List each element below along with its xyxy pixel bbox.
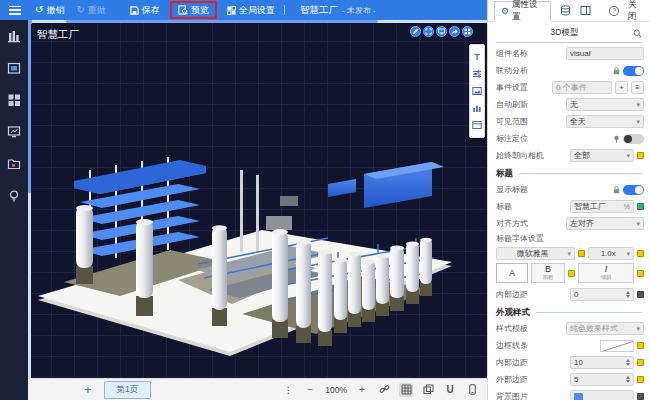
- help-button[interactable]: ?: [609, 6, 619, 16]
- magnet-snap-button[interactable]: U: [443, 383, 457, 397]
- close-button[interactable]: 关闭: [628, 0, 644, 23]
- data-source-icon[interactable]: [560, 5, 571, 17]
- stepper-icon[interactable]: [626, 359, 630, 366]
- row-auto-refresh: 自动刷新 无▾: [488, 96, 650, 113]
- undo-button[interactable]: ↺ 撤销: [29, 0, 70, 20]
- sidebar-item-models[interactable]: [7, 60, 22, 75]
- show-title-toggle[interactable]: [623, 185, 644, 195]
- view-controls: ⋮ − 100% + U: [281, 383, 487, 397]
- outer-margin-swatch[interactable]: [637, 376, 644, 383]
- percent-binding-icon[interactable]: %: [624, 203, 630, 210]
- font-size-swatch[interactable]: [637, 250, 644, 257]
- fullscreen-button[interactable]: [423, 26, 434, 37]
- event-list-button[interactable]: ≡: [631, 81, 644, 94]
- vertical-scrollbar[interactable]: [28, 20, 31, 378]
- sidebar-item-screens[interactable]: [7, 124, 22, 139]
- link-icon[interactable]: [377, 383, 391, 397]
- image-tool-icon[interactable]: [472, 85, 483, 96]
- face-camera-color-swatch[interactable]: [637, 152, 644, 159]
- font-settings-row: 微软雅黑▾ 1.0x▾: [488, 245, 650, 262]
- visible-range-select[interactable]: 全天▾: [566, 115, 644, 128]
- page-tab[interactable]: 第1页: [104, 381, 152, 399]
- inner-margin-swatch[interactable]: [637, 359, 644, 366]
- scene-canvas[interactable]: 智慧工厂 T: [28, 20, 487, 378]
- grid-view-button[interactable]: [462, 26, 473, 37]
- outer-margin-input[interactable]: 5: [570, 373, 634, 386]
- layers-button[interactable]: [421, 383, 435, 397]
- inner-margin-input[interactable]: 10: [570, 356, 634, 369]
- zoom-in-button[interactable]: +: [355, 383, 369, 397]
- lock-icon[interactable]: [613, 67, 620, 75]
- events-input[interactable]: 0 个事件: [552, 81, 612, 94]
- monitor-button[interactable]: [436, 26, 447, 37]
- save-button[interactable]: 保存: [124, 0, 166, 20]
- linkage-label: 联动分析: [496, 65, 613, 76]
- font-family-swatch[interactable]: [578, 250, 585, 257]
- italic-button[interactable]: I倾斜: [578, 263, 634, 283]
- chevron-down-icon: ▾: [626, 250, 630, 258]
- bg-image-field[interactable]: [570, 390, 634, 400]
- chevron-down-icon: ▾: [636, 325, 640, 333]
- menu-icon[interactable]: [9, 6, 21, 15]
- title-padding-input[interactable]: 0: [570, 288, 634, 301]
- font-family-select[interactable]: 微软雅黑▾: [496, 247, 575, 260]
- line-style-preview[interactable]: [600, 340, 634, 352]
- component-type-selector[interactable]: 3D模型: [496, 24, 642, 43]
- filter-sliders-icon[interactable]: [472, 68, 483, 79]
- scene-title-label: 智慧工厂: [37, 28, 79, 42]
- title-padding-label: 内部边距: [496, 289, 570, 300]
- canvas-quick-actions: [410, 26, 473, 37]
- font-style-row: A B加粗 I倾斜: [488, 262, 650, 286]
- layout-panel-icon[interactable]: [580, 5, 591, 17]
- tab-property-settings[interactable]: ⚙ 属性设置: [494, 1, 551, 22]
- row-event-settings: 事件设置 0 个事件 + ≡: [488, 79, 650, 96]
- mobile-preview-button[interactable]: [465, 383, 479, 397]
- title-text-input[interactable]: 智慧工厂%: [570, 200, 634, 213]
- preview-button[interactable]: 预览: [170, 1, 217, 19]
- bold-swatch[interactable]: [568, 270, 575, 277]
- component-name-input[interactable]: visual: [566, 47, 644, 60]
- global-settings-button[interactable]: 全局设置: [221, 0, 281, 20]
- linkage-toggle[interactable]: [623, 66, 644, 76]
- 3d-factory-scene[interactable]: [28, 20, 487, 378]
- chart-tool-icon[interactable]: [472, 103, 483, 114]
- bg-image-swatch[interactable]: [637, 393, 644, 400]
- search-icon[interactable]: [633, 29, 642, 38]
- redo-button[interactable]: ↻ 重做: [70, 0, 111, 20]
- stepper-icon[interactable]: [626, 376, 630, 383]
- component-tool-strip: T: [469, 44, 485, 138]
- pin-icon[interactable]: [613, 135, 620, 143]
- sidebar-item-scene[interactable]: [7, 28, 22, 43]
- sidebar-item-components[interactable]: [7, 92, 22, 107]
- text-tool-icon[interactable]: T: [472, 51, 483, 62]
- lock-icon[interactable]: [613, 186, 620, 194]
- card-tool-icon[interactable]: [472, 120, 483, 131]
- left-sidebar: [0, 20, 28, 400]
- align-select[interactable]: 左对齐▾: [566, 217, 644, 230]
- edit-pencil-button[interactable]: [410, 26, 421, 37]
- face-camera-select[interactable]: 全部▾: [570, 149, 634, 162]
- title-color-swatch[interactable]: [637, 203, 644, 210]
- stepper-icon[interactable]: [626, 291, 630, 298]
- add-page-button[interactable]: +: [84, 383, 92, 396]
- drag-handle-icon[interactable]: ⋮: [281, 383, 295, 397]
- add-event-button[interactable]: +: [615, 81, 628, 94]
- sidebar-item-materials[interactable]: [7, 156, 22, 171]
- zoom-level[interactable]: 100%: [325, 385, 347, 395]
- italic-swatch[interactable]: [637, 270, 644, 277]
- grid-toggle-button[interactable]: [399, 383, 413, 397]
- zoom-out-button[interactable]: −: [303, 383, 317, 397]
- horizontal-scrollbar[interactable]: [28, 20, 487, 23]
- font-color-button[interactable]: A: [496, 263, 528, 283]
- share-button[interactable]: [449, 26, 460, 37]
- style-template-select[interactable]: 纯色效果样式▾: [566, 322, 644, 335]
- refresh-select[interactable]: 无▾: [566, 98, 644, 111]
- bold-button[interactable]: B加粗: [531, 263, 565, 283]
- marker-toggle[interactable]: [623, 134, 644, 144]
- font-size-select[interactable]: 1.0x▾: [588, 247, 634, 260]
- property-tab-label: 属性设置: [512, 0, 544, 23]
- row-inner-margin: 内部边距 10: [488, 354, 650, 371]
- sidebar-item-lighting[interactable]: [7, 188, 22, 203]
- border-line-swatch[interactable]: [637, 342, 644, 349]
- title-padding-swatch[interactable]: [637, 291, 644, 298]
